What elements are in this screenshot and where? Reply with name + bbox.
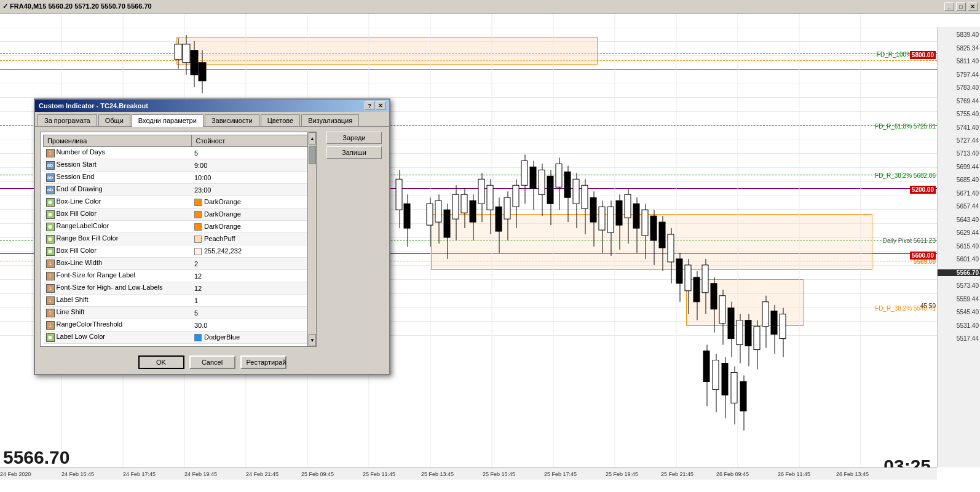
svg-rect-49 [521,161,528,185]
price-5629: 5629.44 [957,229,979,236]
tab-about[interactable]: За програмата [38,114,97,126]
table-row: 1RangeColorThreshold30.0 [44,319,314,331]
svg-rect-95 [719,296,725,323]
param-name: Session End [57,173,95,180]
scroll-up-btn[interactable]: ▲ [309,132,316,145]
param-value: PeachPuff [204,235,235,242]
current-price-label: 5566.70 [938,269,980,276]
col-variable-header: Променлива [44,135,192,147]
param-name: Box-Line Width [57,259,103,266]
price-5531: 5531.40 [957,322,979,329]
table-row: 1Box-Line Width2 [44,258,314,270]
tab-dependencies[interactable]: Зависимости [205,114,259,126]
svg-rect-79 [650,216,657,240]
param-name: Box Fill Color [57,210,97,217]
param-name: Line Shift [57,308,85,315]
param-type-icon: ab [46,161,55,170]
param-name: Label Low Color [57,333,106,340]
ok-button[interactable]: OK [138,355,184,369]
param-value: 23:00 [194,186,211,194]
param-type-icon: 1 [46,321,55,330]
svg-rect-111 [703,351,709,382]
price-5671: 5671.40 [957,190,979,197]
svg-rect-65 [590,197,596,222]
param-name: Font-Size for Range Label [57,271,135,279]
color-swatch [194,211,202,218]
param-type-icon: 1 [46,296,55,305]
color-swatch [194,248,202,255]
close-chart-btn[interactable]: ✕ [968,2,978,11]
cancel-button[interactable]: Cancel [189,355,235,369]
param-type-icon: 1 [46,149,55,157]
save-btn[interactable]: Запиши [326,146,382,159]
svg-rect-93 [711,284,717,309]
dialog-tabs: За програмата Общи Входни параметри Зави… [35,112,389,127]
svg-rect-29 [435,200,441,222]
svg-rect-19 [191,50,198,75]
title-bar: ✓ FRA40,M15 5560.20 5571.20 5550.70 5566… [0,0,980,14]
svg-rect-85 [676,259,682,284]
dialog-titlebar: Custom Indicator - TC24.Breakout ? ✕ [35,100,389,112]
dialog-help-btn[interactable]: ? [365,101,374,110]
price-5517: 5517.44 [957,335,979,342]
svg-rect-23 [396,179,402,210]
price-5559: 5559.44 [957,296,979,303]
svg-rect-37 [470,200,476,222]
param-value: DarkOrange [204,223,241,230]
load-btn[interactable]: Зареди [326,132,382,144]
price-scale: 5839.40 5825.34 5811.40 5797.44 5783.40 … [937,27,980,467]
tab-visualization[interactable]: Визуализация [301,114,359,126]
param-type-icon: 1 [46,284,55,293]
price-5685: 5685.40 [957,177,979,183]
param-name: Box Fill Color [57,247,97,254]
restart-button[interactable]: Рестартирай [240,355,286,369]
svg-rect-105 [762,302,769,327]
maximize-chart-btn[interactable]: □ [956,2,966,11]
svg-rect-33 [452,194,459,219]
price-5839: 5839.40 [957,31,979,38]
table-scrollbar[interactable]: ▲ ▼ [307,132,316,346]
svg-rect-119 [740,381,746,411]
param-value: DarkOrange [204,210,241,218]
dialog-close-btn[interactable]: ✕ [376,101,385,110]
tab-input-params[interactable]: Входни параметри [132,114,204,127]
param-name: Label Shift [57,296,89,303]
svg-rect-67 [599,207,605,230]
param-type-icon: ◼ [46,333,55,342]
table-row: ◼Box Fill ColorDarkOrange [44,208,314,221]
dialog-action-area: Зареди Запиши [322,129,387,349]
param-name: Font-Size for High- and Low-Labels [57,284,163,291]
svg-rect-113 [713,360,719,390]
price-5545: 5545.40 [957,309,979,315]
dialog-footer: OK Cancel Рестартирай [35,352,389,374]
svg-rect-57 [556,164,562,187]
tab-general[interactable]: Общи [98,114,130,126]
price-5769: 5769.44 [957,98,979,105]
table-wrapper: Променлива Стойност 1Number of Days5abSe… [43,135,314,344]
param-value: 2 [194,260,198,268]
tab-colors[interactable]: Цветове [261,114,300,126]
svg-rect-115 [722,363,728,395]
scroll-down-btn[interactable]: ▼ [309,334,316,346]
svg-rect-103 [754,327,760,350]
table-row: ◼Box Fill Color255,242,232 [44,245,314,258]
minimize-chart-btn[interactable]: _ [944,2,954,11]
svg-rect-97 [728,308,734,339]
param-type-icon: ab [46,173,55,182]
param-type-icon: 1 [46,272,55,280]
scroll-thumb[interactable] [309,146,316,164]
params-tbody: 1Number of Days5abSession Start9:00abSes… [44,147,314,344]
param-type-icon: ab [46,186,55,194]
param-name: Box-Line Color [57,197,101,205]
table-row: 1Number of Days5 [44,147,314,159]
current-price-display: 5566.70 [3,447,105,467]
dialog-body: Променлива Стойност 1Number of Days5abSe… [35,127,389,352]
param-name: RangeLabelColor [57,222,109,229]
table-row: ◼Label Low ColorDodgerBlue [44,331,314,344]
price-5741: 5741.40 [957,124,979,131]
price-5573: 5573.40 [957,282,979,289]
svg-rect-31 [444,210,450,237]
param-value: 12 [194,285,202,292]
svg-rect-91 [702,265,708,293]
price-5713: 5713.40 [957,150,979,157]
